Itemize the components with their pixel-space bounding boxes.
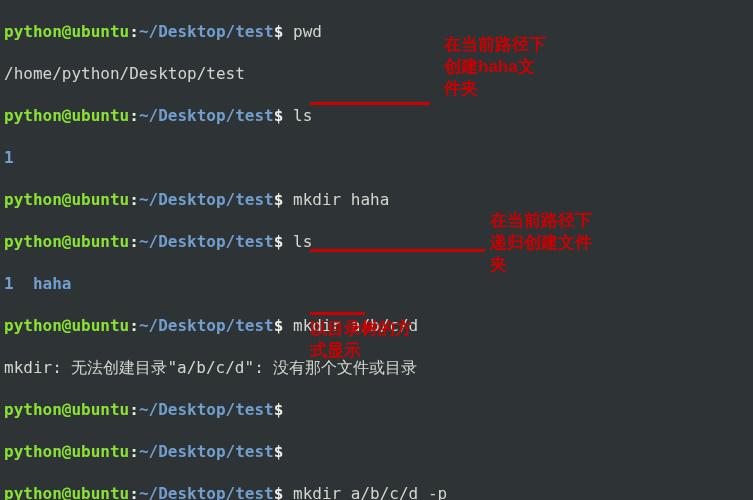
underline-3 <box>310 312 365 315</box>
out-pwd: /home/python/Desktop/test <box>4 63 749 84</box>
prompt-path: ~/Desktop/test <box>139 22 274 41</box>
line-pwd: python@ubuntu:~/Desktop/test$ pwd <box>4 21 749 42</box>
underline-1 <box>310 102 430 105</box>
annotation-2: 在当前路径下 递归创建文件 夹 <box>490 210 592 276</box>
line-mkdir-haha: python@ubuntu:~/Desktop/test$ mkdir haha <box>4 189 749 210</box>
underline-2 <box>310 249 485 252</box>
line-ls1: python@ubuntu:~/Desktop/test$ ls <box>4 105 749 126</box>
out-ls1: 1 <box>4 147 749 168</box>
annotation-3: 以目录树的方 式显示 <box>310 318 412 362</box>
line-mkdir-abcd-p: python@ubuntu:~/Desktop/test$ mkdir a/b/… <box>4 483 749 500</box>
cmd-mkdir-haha: mkdir haha <box>293 190 389 209</box>
cmd-mkdir-abcd-p: mkdir a/b/c/d -p <box>293 484 447 500</box>
line-empty2: python@ubuntu:~/Desktop/test$ <box>4 441 749 462</box>
annotation-1: 在当前路径下 创建haha文 件夹 <box>444 34 546 100</box>
cmd-pwd: pwd <box>293 22 322 41</box>
out-ls2: 1 haha <box>4 273 749 294</box>
line-empty1: python@ubuntu:~/Desktop/test$ <box>4 399 749 420</box>
cmd-ls: ls <box>293 106 312 125</box>
prompt-dollar: $ <box>274 22 284 41</box>
prompt-user: python@ubuntu <box>4 22 129 41</box>
prompt-sep: : <box>129 22 139 41</box>
